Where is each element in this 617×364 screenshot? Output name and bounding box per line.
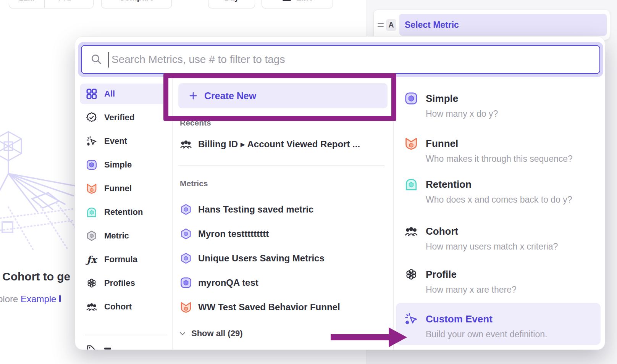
type-description: How many x are there?	[426, 285, 517, 295]
metric-list-item[interactable]: Unique Users Saving Metrics	[178, 248, 384, 268]
list-divider	[178, 165, 384, 166]
type-name: Profile	[426, 269, 457, 280]
select-metric-pill[interactable]: Select Metric	[399, 14, 607, 36]
type-name: Custom Event	[426, 313, 493, 325]
category-retention[interactable]: Retention	[80, 202, 168, 222]
category-label: Metric	[104, 231, 129, 241]
category-label: Funnel	[104, 184, 132, 193]
chart-type-button[interactable]: Line	[262, 0, 333, 8]
category-simple[interactable]: Simple	[80, 155, 168, 175]
date-range-12m-label: 12M	[19, 0, 35, 2]
search-focus-ring	[78, 42, 603, 77]
profiles-icon	[404, 267, 418, 281]
category-label: All	[104, 89, 115, 99]
date-range-ytd-button[interactable]: YTD	[44, 0, 93, 8]
type-simple[interactable]: Simple How many x do y?	[396, 82, 601, 124]
metric-item-label: myronQA test	[198, 277, 258, 288]
chart-type-label: Line	[297, 0, 313, 2]
metric-list-item[interactable]: Hans Testing saved metric	[178, 200, 384, 219]
metric-slot-card: A Select Metric	[373, 10, 610, 40]
metrics-heading: Metrics	[180, 179, 208, 188]
annotation-arrow	[331, 334, 389, 340]
empty-state-subtext-fragment: plore	[0, 294, 21, 304]
category-label: Event	[104, 136, 127, 146]
type-description: How many users match x criteria?	[426, 242, 558, 252]
select-metric-label: Select Metric	[405, 20, 459, 30]
metric-list-item[interactable]: WW Test Saved Behavior Funnel	[178, 297, 384, 317]
tag-icon	[86, 344, 97, 350]
date-range-12m-button[interactable]: 12M	[9, 0, 44, 8]
funnel-icon	[404, 137, 418, 150]
cohort-icon	[404, 224, 418, 238]
metric-icon	[86, 230, 97, 242]
show-all-label: Show all (29)	[191, 329, 242, 338]
category-tags-partial[interactable]	[86, 344, 111, 350]
sparkle-cursor-icon	[404, 312, 418, 326]
simple-icon	[86, 159, 97, 171]
type-name: Simple	[426, 93, 458, 105]
empty-state-headline: Cohort to ge	[2, 270, 70, 283]
empty-state-subtext: plore Example	[0, 294, 61, 304]
simple-icon	[404, 92, 418, 105]
wireframe-illustration	[0, 128, 75, 254]
drag-handle-icon[interactable]	[378, 23, 384, 27]
category-label: Profiles	[104, 278, 135, 288]
truncated-category-label	[104, 348, 111, 350]
type-name: Cohort	[426, 225, 458, 237]
category-profiles[interactable]: Profiles	[80, 273, 168, 293]
line-chart-icon	[281, 0, 292, 3]
granularity-label: Day	[224, 0, 239, 2]
category-label: Simple	[104, 160, 132, 170]
cohort-icon	[86, 301, 97, 312]
category-funnel[interactable]: Funnel	[80, 178, 168, 199]
metric-list-item[interactable]: myronQA test	[178, 273, 384, 293]
metric-list-item[interactable]: Myron testtttttttt	[178, 224, 384, 244]
formula-icon: ƒx	[86, 254, 97, 265]
metric-hexagon-icon	[180, 203, 192, 216]
event-icon	[86, 135, 97, 147]
metric-item-label: Hans Testing saved metric	[198, 204, 313, 215]
category-label: Cohort	[104, 302, 132, 312]
recent-item[interactable]: Billing ID ▸ Account Viewed Report ...	[178, 134, 384, 155]
type-custom-event[interactable]: Custom Event Build your own event defini…	[396, 303, 601, 345]
category-label: Verified	[104, 113, 134, 122]
type-name: Retention	[426, 179, 472, 190]
compare-button[interactable]: Compare	[101, 0, 172, 8]
type-cohort[interactable]: Cohort How many users match x criteria?	[396, 215, 601, 257]
verified-icon	[86, 112, 97, 123]
type-retention[interactable]: Retention Who does x and comes back to d…	[396, 168, 601, 210]
type-description: Who makes it through this sequence?	[426, 154, 573, 164]
type-description: Build your own event definition.	[426, 329, 547, 340]
search-field[interactable]	[81, 45, 600, 74]
search-input[interactable]	[82, 46, 599, 73]
type-funnel[interactable]: Funnel Who makes it through this sequenc…	[396, 127, 601, 169]
series-badge: A	[386, 19, 396, 31]
retention-icon	[404, 177, 418, 191]
chevron-down-icon	[75, 0, 81, 1]
category-all[interactable]: All	[80, 84, 168, 104]
metric-hexagon-icon	[180, 228, 192, 240]
funnel-icon	[86, 183, 97, 194]
chevron-down-icon	[178, 329, 187, 338]
cohort-icon	[180, 138, 192, 150]
type-profile[interactable]: Profile How many x are there?	[396, 258, 601, 300]
metric-item-label: Myron testtttttttt	[198, 229, 269, 239]
category-verified[interactable]: Verified	[80, 107, 168, 128]
category-cohort[interactable]: Cohort	[80, 296, 168, 317]
compare-label: Compare	[119, 0, 154, 2]
sidebar-divider	[85, 335, 167, 335]
category-metric[interactable]: Metric	[80, 225, 168, 246]
granularity-button[interactable]: Day	[208, 0, 255, 8]
example-link[interactable]: Example	[21, 294, 56, 304]
date-range-control[interactable]: 12M YTD	[9, 0, 94, 8]
category-formula[interactable]: ƒx Formula	[80, 249, 168, 270]
grid-icon	[86, 88, 97, 100]
date-range-ytd-label: YTD	[57, 0, 73, 2]
category-event[interactable]: Event	[80, 131, 168, 151]
type-description: How many x do y?	[426, 109, 498, 119]
simple-icon	[180, 277, 192, 289]
retention-icon	[86, 206, 97, 218]
category-label: Formula	[104, 254, 137, 264]
funnel-icon	[180, 301, 192, 313]
show-all-button[interactable]: Show all (29)	[178, 326, 242, 341]
